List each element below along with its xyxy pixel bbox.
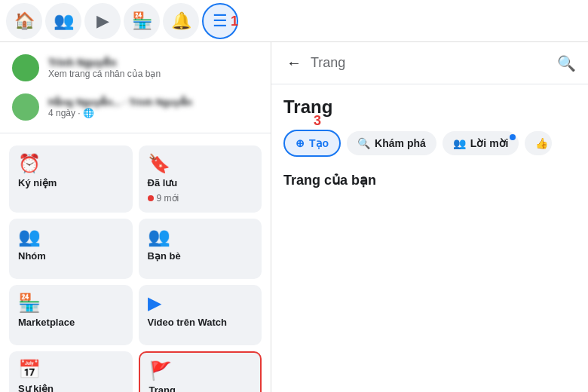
menu-grid: ⏰ Ký niệm 🔖 Đã lưu 9 mới 👥 Nhóm 👥 Bạ xyxy=(0,139,271,392)
menu-card-ky-niem[interactable]: ⏰ Ký niệm xyxy=(9,145,133,213)
sidebar: Trình Nguyễn Xem trang cá nhân của bạn H… xyxy=(0,42,271,392)
nhom-icon: 👥 xyxy=(18,228,124,246)
loi-moi-icon: 👥 xyxy=(453,137,466,149)
kham-pha-label: Khám phá xyxy=(375,137,426,149)
profile-sub-user1: Xem trang cá nhân của bạn xyxy=(48,69,161,79)
main-area: Trình Nguyễn Xem trang cá nhân của bạn H… xyxy=(0,42,588,392)
profile-sub-user2: 4 ngày · 🌐 xyxy=(48,108,192,118)
avatar-user2 xyxy=(12,93,39,121)
menu-card-nhom[interactable]: 👥 Nhóm xyxy=(9,219,133,279)
menu-nav-btn[interactable]: ☰ xyxy=(202,3,238,39)
right-header-title: Trang xyxy=(311,55,551,71)
ban-be-icon: 👥 xyxy=(148,228,253,246)
da-luu-badge: 9 mới xyxy=(148,193,253,204)
video-watch-icon: ▶ xyxy=(148,294,253,312)
section-title: Trang của bạn xyxy=(283,172,576,188)
da-luu-icon: 🔖 xyxy=(148,155,253,173)
profile-info-user2: Hằng Nguyễn... · Trình Nguyễn 4 ngày · 🌐 xyxy=(48,96,192,118)
right-panel: ← Trang 🔍 Trang ⊕ Tạo 3 🔍 xyxy=(271,42,588,392)
people-nav-btn[interactable]: 👥 xyxy=(45,3,81,39)
right-header: ← Trang 🔍 xyxy=(271,42,588,84)
thich-icon: 👍 xyxy=(535,137,548,149)
menu-card-video-watch[interactable]: ▶ Video trên Watch xyxy=(139,285,262,345)
marketplace-label: Marketplace xyxy=(18,317,124,328)
menu-card-su-kien[interactable]: 📅 Sự kiện 2 xyxy=(9,351,133,392)
menu-card-da-luu[interactable]: 🔖 Đã lưu 9 mới xyxy=(139,145,262,213)
page-title: Trang xyxy=(283,96,576,118)
username-user2: Hằng Nguyễn... · Trình Nguyễn xyxy=(48,96,192,108)
store-nav-btn[interactable]: 🏪 xyxy=(124,3,160,39)
profile-item-user2[interactable]: Hằng Nguyễn... · Trình Nguyễn 4 ngày · 🌐 xyxy=(0,87,271,127)
tab-thich[interactable]: 👍 T xyxy=(525,131,552,155)
nhom-label: Nhóm xyxy=(18,250,124,262)
username-user1: Trình Nguyễn xyxy=(48,57,161,69)
avatar-user1 xyxy=(12,54,39,81)
ban-be-label: Bạn bè xyxy=(148,250,253,262)
su-kien-icon: 📅 xyxy=(18,360,124,378)
marketplace-icon: 🏪 xyxy=(18,294,124,312)
trang-icon: 🚩 xyxy=(149,362,252,380)
profile-item-user1[interactable]: Trình Nguyễn Xem trang cá nhân của bạn xyxy=(0,48,271,87)
top-navigation: 🏠 👥 ▶ 🏪 🔔 ☰ 1 xyxy=(0,0,588,42)
back-button[interactable]: ← xyxy=(283,51,305,75)
bell-nav-btn[interactable]: 🔔 xyxy=(163,3,199,39)
tab-tao[interactable]: ⊕ Tạo xyxy=(283,130,341,157)
home-nav-btn[interactable]: 🏠 xyxy=(6,3,42,39)
video-watch-label: Video trên Watch xyxy=(148,317,253,328)
tab-kham-pha[interactable]: 🔍 Khám phá xyxy=(347,131,436,155)
annotation-3: 3 xyxy=(314,113,321,129)
su-kien-label: Sự kiện xyxy=(18,383,124,392)
tab-loi-moi[interactable]: 👥 Lời mời xyxy=(443,131,519,155)
tao-icon: ⊕ xyxy=(296,137,305,149)
video-nav-btn[interactable]: ▶ xyxy=(84,3,121,39)
kham-pha-icon: 🔍 xyxy=(357,137,370,149)
right-content: Trang ⊕ Tạo 3 🔍 Khám phá xyxy=(271,84,588,201)
tao-tab-wrapper: ⊕ Tạo 3 xyxy=(283,130,341,157)
menu-card-trang[interactable]: 🚩 Trang 1 mới xyxy=(139,351,262,392)
loi-moi-notification-dot xyxy=(510,134,516,140)
search-button[interactable]: 🔍 xyxy=(557,54,576,72)
menu-card-ban-be[interactable]: 👥 Bạn bè xyxy=(139,219,262,279)
menu-card-marketplace[interactable]: 🏪 Marketplace xyxy=(9,285,133,345)
ky-niem-icon: ⏰ xyxy=(18,155,124,173)
da-luu-label: Đã lưu xyxy=(148,177,253,188)
da-luu-dot xyxy=(148,195,154,201)
ky-niem-label: Ký niệm xyxy=(18,177,124,188)
tao-label: Tạo xyxy=(309,137,329,149)
trang-label: Trang xyxy=(149,384,252,392)
profile-info-user1: Trình Nguyễn Xem trang cá nhân của bạn xyxy=(48,57,161,79)
loi-moi-label: Lời mời xyxy=(470,137,509,149)
sidebar-divider xyxy=(0,133,271,133)
tab-bar: ⊕ Tạo 3 🔍 Khám phá 👥 Lời mời xyxy=(283,130,576,157)
